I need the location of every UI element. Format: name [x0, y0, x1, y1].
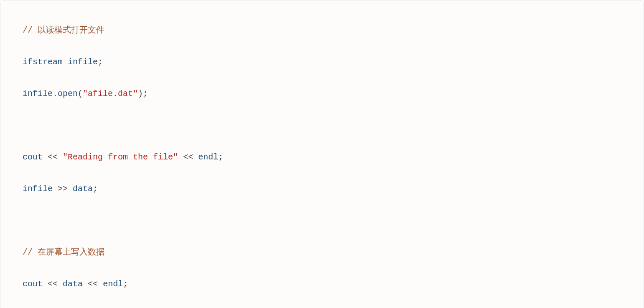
method: open [58, 89, 78, 98]
code-block: // 以读模式打开文件 ifstream infile; infile.open… [0, 0, 644, 308]
punct-dot: . [53, 89, 58, 98]
blank-line [6, 213, 638, 229]
identifier: endl [198, 152, 218, 162]
punct-lparen: ( [78, 89, 83, 98]
identifier: infile [68, 57, 98, 67]
code-line: ifstream infile; [6, 54, 638, 70]
comment: // 在屏幕上写入数据 [23, 247, 104, 257]
identifier: infile [23, 184, 53, 194]
string-literal: "afile.dat" [83, 89, 138, 98]
comment: // 以读模式打开文件 [23, 25, 104, 35]
blank-line [6, 118, 638, 134]
identifier: endl [103, 279, 123, 289]
punct-semi: ; [143, 89, 148, 98]
op-lshift: << [88, 279, 98, 289]
code-line: cout << "Reading from the file" << endl; [6, 149, 638, 165]
op-lshift: << [183, 152, 193, 162]
identifier: data [63, 279, 83, 289]
identifier: infile [23, 89, 53, 98]
punct-semi: ; [98, 57, 103, 67]
punct-semi: ; [123, 279, 128, 289]
code-line: infile >> data; [6, 181, 638, 197]
identifier: data [73, 184, 93, 194]
op-lshift: << [48, 279, 58, 289]
punct-semi: ; [93, 184, 98, 194]
identifier: cout [23, 152, 43, 162]
code-line: // 在屏幕上写入数据 [6, 245, 638, 260]
string-literal: "Reading from the file" [63, 152, 178, 162]
identifier: cout [23, 279, 43, 289]
op-rshift: >> [58, 184, 68, 194]
type-ifstream: ifstream [23, 57, 63, 67]
code-line: cout << data << endl; [6, 276, 638, 292]
code-line: infile.open("afile.dat"); [6, 86, 638, 102]
code-line: // 以读模式打开文件 [6, 23, 638, 38]
punct-rparen: ) [138, 89, 143, 98]
punct-semi: ; [218, 152, 223, 162]
op-lshift: << [48, 152, 58, 162]
